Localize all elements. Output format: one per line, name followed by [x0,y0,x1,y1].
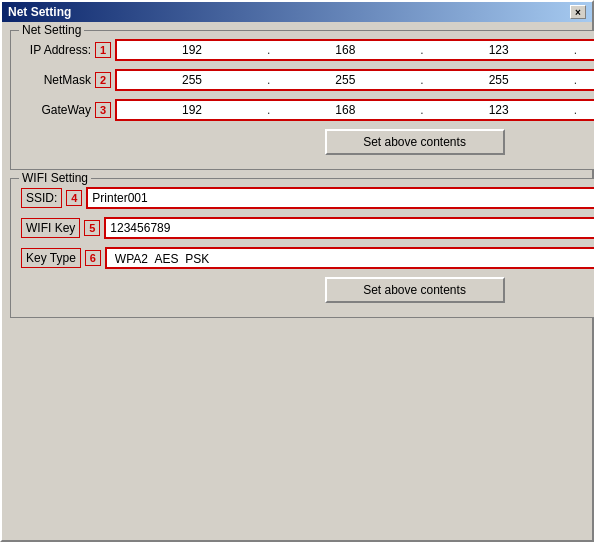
left-panel: Net Setting IP Address: 1 . . . SetIPAdd… [10,30,594,326]
main-window: Net Setting × Net Setting IP Address: 1 … [0,0,594,542]
ssid-label: SSID: [21,188,62,208]
gateway-row: GateWay 3 . . . SetGateWay [21,99,594,121]
ssid-row: SSID: 4 [21,187,594,209]
net-set-above-button[interactable]: Set above contents [325,129,505,155]
ip-octet-2[interactable] [270,41,420,59]
wifi-set-above-button[interactable]: Set above contents [325,277,505,303]
gateway-input-group: . . . [115,99,594,121]
gateway-octet-2[interactable] [270,101,420,119]
netmask-octet-2[interactable] [270,71,420,89]
title-bar: Net Setting × [2,2,592,22]
netmask-octet-4[interactable] [577,71,594,89]
ip-address-row: IP Address: 1 . . . SetIPAddr [21,39,594,61]
gateway-octet-4[interactable] [577,101,594,119]
gateway-octet-1[interactable] [117,101,267,119]
keytype-row: Key Type 6 WPA2_AES_PSK WPA_TKIP WEP NON… [21,247,594,269]
ssid-input[interactable] [86,187,594,209]
wifi-setting-group: WIFI Setting SSID: 4 WIFI Key 5 Key Type… [10,178,594,318]
window-title: Net Setting [8,5,71,19]
keytype-select[interactable]: WPA2_AES_PSK WPA_TKIP WEP NONE [105,247,594,269]
wifi-setting-title: WIFI Setting [19,171,91,185]
ip-badge: 1 [95,42,111,58]
ip-octet-1[interactable] [117,41,267,59]
net-setting-title: Net Setting [19,23,84,37]
gateway-octet-3[interactable] [424,101,574,119]
keytype-label: Key Type [21,248,81,268]
ip-octet-3[interactable] [424,41,574,59]
wifikey-label: WIFI Key [21,218,80,238]
netmask-octet-1[interactable] [117,71,267,89]
netmask-row: NetMask 2 . . . SetNetMask [21,69,594,91]
gateway-label: GateWay [21,103,91,117]
wifikey-row: WIFI Key 5 [21,217,594,239]
netmask-octet-3[interactable] [424,71,574,89]
netmask-badge: 2 [95,72,111,88]
ip-label: IP Address: [21,43,91,57]
ip-octet-4[interactable] [577,41,594,59]
net-setting-group: Net Setting IP Address: 1 . . . SetIPAdd… [10,30,594,170]
ip-input-group: . . . [115,39,594,61]
netmask-label: NetMask [21,73,91,87]
close-button[interactable]: × [570,5,586,19]
wifikey-badge: 5 [84,220,100,236]
keytype-badge: 6 [85,250,101,266]
ssid-badge: 4 [66,190,82,206]
netmask-input-group: . . . [115,69,594,91]
wifikey-input[interactable] [104,217,594,239]
gateway-badge: 3 [95,102,111,118]
